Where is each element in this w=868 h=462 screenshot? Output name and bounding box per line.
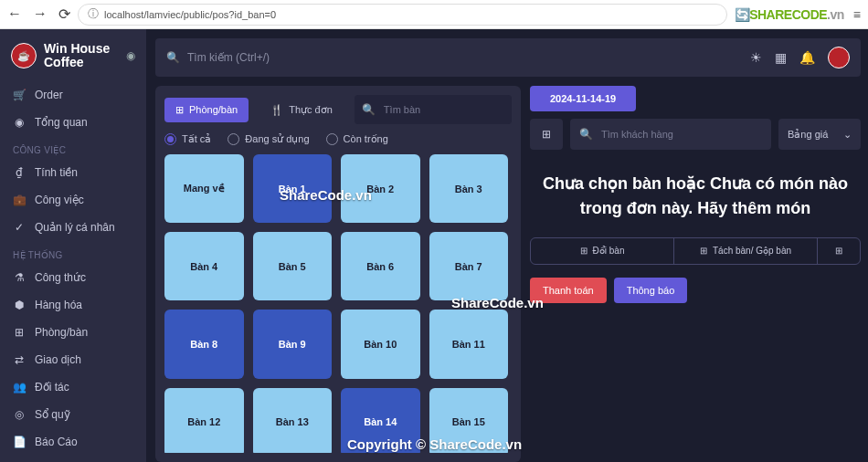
address-bar[interactable]: ⓘ localhost/lamviec/public/pos?id_ban=0: [78, 4, 727, 26]
sidebar-item-c-ng-vi-c[interactable]: 💼Công việc: [0, 186, 146, 214]
table-cell[interactable]: Bàn 13: [253, 388, 333, 453]
forward-button[interactable]: →: [33, 5, 48, 23]
grid-icon: ⊞: [580, 246, 587, 257]
change-table-button[interactable]: ⊞Đổi bàn: [531, 238, 674, 264]
action-label: Tách bàn/ Gộp bàn: [713, 246, 791, 257]
customer-search-input[interactable]: [601, 129, 771, 140]
sliders-icon: 🍴: [270, 104, 283, 116]
apps-icon[interactable]: ▦: [775, 50, 787, 65]
date-badge[interactable]: 2024-11-14-19: [530, 86, 636, 111]
sidebar-item-label: Giao dịch: [35, 353, 81, 366]
theme-toggle-icon[interactable]: ☀: [750, 50, 762, 65]
top-searchbar: 🔍 Tìm kiếm (Ctrl+/) ☀ ▦ 🔔: [155, 38, 861, 77]
avatar[interactable]: [828, 47, 850, 68]
sidebar-item-label: Công thức: [35, 271, 86, 284]
sidebar-item-qu-n-l-c-nh-n[interactable]: ✓Quản lý cá nhân: [0, 214, 146, 241]
table-cell[interactable]: Bàn 4: [164, 232, 244, 300]
sidebar-item-label: Hàng hóa: [35, 299, 82, 311]
sidebar-item-b-o-c-o[interactable]: 📄Báo Cáo: [0, 428, 146, 456]
main-area: 🔍 Tìm kiếm (Ctrl+/) ☀ ▦ 🔔 ⊞ Phòng/bàn: [146, 29, 868, 462]
filter-empty[interactable]: Còn trống: [326, 133, 388, 145]
table-search[interactable]: 🔍: [355, 95, 512, 124]
table-cell[interactable]: Bàn 15: [429, 388, 509, 453]
sidebar-item-t-ng-quan[interactable]: ◉Tổng quan: [0, 109, 146, 136]
sidebar-collapse-button[interactable]: ◉: [126, 49, 135, 62]
table-cell[interactable]: Bàn 9: [253, 310, 333, 378]
wallet-icon: ◎: [13, 408, 26, 421]
sidebar-item-giao-d-ch[interactable]: ⇄Giao dịch: [0, 346, 146, 373]
sidebar-item-label: Order: [35, 89, 63, 101]
table-cell[interactable]: Mang về: [164, 154, 244, 223]
table-cell[interactable]: Bàn 8: [164, 310, 244, 378]
sidebar-item-label: Báo Cáo: [35, 436, 78, 448]
table-actions-strip: ⊞Đổi bàn ⊞Tách bàn/ Gộp bàn ⊞: [530, 237, 861, 265]
chevron-down-icon: ⌄: [843, 129, 852, 141]
sidebar-item-ph-ng-b-n[interactable]: ⊞Phòng/bàn: [0, 319, 146, 346]
sidebar-item--i-t-c[interactable]: 👥Đối tác: [0, 373, 146, 401]
order-panel: 2024-11-14-19 ⊞ 🔍 Bảng giá ⌄ Chưa chọn b…: [530, 86, 861, 462]
grid-icon: ⊞: [700, 246, 707, 257]
table-cell[interactable]: Bàn 7: [429, 232, 509, 300]
table-cell[interactable]: Bàn 10: [341, 310, 420, 378]
tab-label: Thực đơn: [289, 104, 333, 116]
filter-all[interactable]: Tất cả: [164, 133, 211, 145]
tab-rooms[interactable]: ⊞ Phòng/bàn: [164, 98, 249, 122]
sidebar-item-label: Công việc: [35, 194, 84, 206]
sidebar-item-label: Tổng quan: [35, 116, 88, 129]
sidebar-item-h-ng-h-a[interactable]: ⬢Hàng hóa: [0, 291, 146, 319]
table-cell[interactable]: Bàn 6: [341, 232, 420, 300]
brand-name: Win House Coffee: [44, 42, 119, 70]
sidebar-item-label: Đối tác: [35, 381, 69, 394]
tab-label: Phòng/bàn: [189, 104, 238, 115]
table-cell[interactable]: Bàn 2: [341, 154, 420, 223]
table-cell[interactable]: Bàn 11: [429, 310, 509, 378]
grid-icon: ⊞: [13, 326, 26, 339]
reload-button[interactable]: ⟳: [58, 5, 70, 23]
sidebar-item-order[interactable]: 🛒Order: [0, 81, 146, 109]
ext-icon[interactable]: ≡: [853, 7, 861, 22]
radio-label: Còn trống: [344, 133, 388, 145]
browser-toolbar: ← → ⟳ ⓘ localhost/lamviec/public/pos?id_…: [0, 0, 868, 29]
customer-search[interactable]: 🔍: [570, 119, 771, 150]
sidebar-item-label: Sổ quỹ: [35, 408, 70, 421]
table-cell[interactable]: Bàn 5: [253, 232, 333, 300]
sidebar-item-qu-n-l-[interactable]: ⚙Quản lý: [0, 456, 146, 462]
cart-icon: 🛒: [13, 89, 26, 101]
url-text: localhost/lamviec/public/pos?id_ban=0: [104, 9, 276, 20]
table-cell[interactable]: Bàn 12: [164, 388, 244, 453]
report-icon: 📄: [13, 436, 26, 448]
sidebar-item-t-nh-ti-n[interactable]: ₫Tính tiền: [0, 159, 146, 186]
split-merge-button[interactable]: ⊞Tách bàn/ Gộp bàn: [674, 238, 818, 264]
notify-button[interactable]: Thông báo: [614, 278, 688, 303]
filter-using[interactable]: Đang sử dụng: [228, 133, 309, 145]
cube-icon: ⬢: [13, 299, 26, 311]
sidebar-item-label: Quản lý cá nhân: [35, 221, 115, 234]
cash-icon: ₫: [13, 166, 26, 179]
table-cell[interactable]: Bàn 1: [253, 154, 333, 223]
brand-header: ☕ Win House Coffee ◉: [0, 38, 146, 81]
sidebar-item-s-qu-[interactable]: ◎Sổ quỹ: [0, 401, 146, 428]
brand-logo: ☕: [11, 43, 37, 68]
layout-button[interactable]: ⊞: [530, 119, 563, 150]
bell-icon[interactable]: 🔔: [799, 50, 815, 65]
pay-button[interactable]: Thanh toán: [530, 278, 607, 303]
tab-menu[interactable]: 🍴 Thực đơn: [259, 98, 344, 122]
empty-order-message: Chưa chọn bàn hoặc Chưa có món nào trong…: [530, 157, 861, 230]
info-icon: ⓘ: [88, 6, 99, 22]
radio-label: Tất cả: [182, 133, 211, 145]
back-button[interactable]: ←: [7, 5, 22, 23]
nav-section-label: CÔNG VIỆC: [0, 136, 146, 159]
sidebar-item-c-ng-th-c[interactable]: ⚗Công thức: [0, 264, 146, 291]
search-icon: 🔍: [355, 103, 384, 116]
sidebar-item-label: Phòng/bàn: [35, 326, 88, 339]
briefcase-icon: 💼: [13, 194, 26, 206]
price-list-select[interactable]: Bảng giá ⌄: [778, 119, 861, 150]
grid-icon: ⊞: [175, 104, 184, 116]
table-cell[interactable]: Bàn 14: [341, 388, 420, 453]
search-placeholder[interactable]: Tìm kiếm (Ctrl+/): [187, 51, 270, 64]
table-cell[interactable]: Bàn 3: [429, 154, 509, 223]
sharecode-logo: 🔄SHARECODE.vn: [735, 7, 844, 22]
table-search-input[interactable]: [384, 104, 512, 115]
flask-icon: ⚗: [13, 271, 26, 284]
extra-action-button[interactable]: ⊞: [818, 238, 860, 264]
